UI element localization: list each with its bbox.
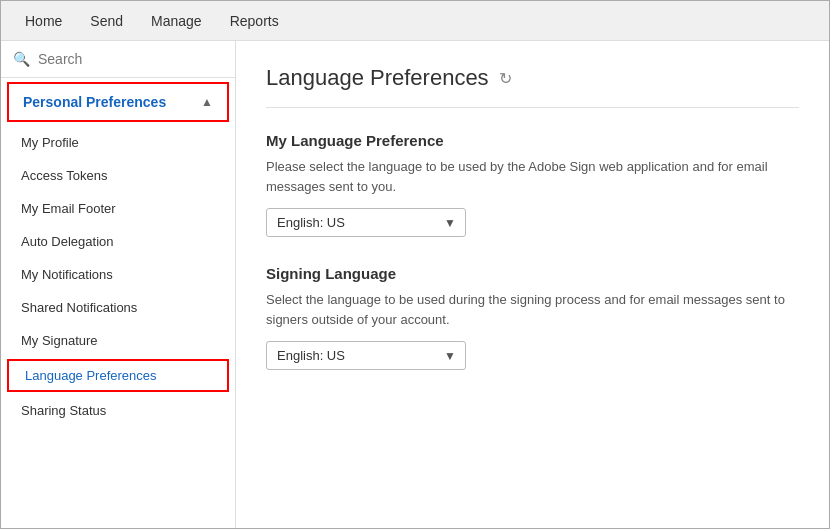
nav-send[interactable]: Send (76, 5, 137, 37)
sidebar-item-access-tokens[interactable]: Access Tokens (1, 159, 235, 192)
main-content: Language Preferences ↻ My Language Prefe… (236, 41, 829, 528)
app-window: Home Send Manage Reports 🔍 Personal Pref… (0, 0, 830, 529)
page-title-area: Language Preferences ↻ (266, 65, 799, 108)
refresh-icon[interactable]: ↻ (499, 69, 512, 88)
language-select-wrapper: English: US French German Spanish Japane… (266, 208, 466, 237)
signing-language-select-wrapper: English: US French German Spanish Japane… (266, 341, 466, 370)
nav-manage[interactable]: Manage (137, 5, 216, 37)
search-bar: 🔍 (1, 41, 235, 78)
nav-home[interactable]: Home (11, 5, 76, 37)
sidebar-item-auto-delegation[interactable]: Auto Delegation (1, 225, 235, 258)
section1-desc: Please select the language to be used by… (266, 157, 799, 196)
section2-desc: Select the language to be used during th… (266, 290, 799, 329)
nav-reports[interactable]: Reports (216, 5, 293, 37)
content-area: 🔍 Personal Preferences ▲ My Profile Acce… (1, 41, 829, 528)
search-input[interactable] (38, 51, 223, 67)
signing-language-select[interactable]: English: US French German Spanish Japane… (266, 341, 466, 370)
personal-preferences-label: Personal Preferences (23, 94, 166, 110)
sidebar-item-language-preferences[interactable]: Language Preferences (7, 359, 229, 392)
sidebar-item-email-footer[interactable]: My Email Footer (1, 192, 235, 225)
signing-language-section: Signing Language Select the language to … (266, 265, 799, 398)
section2-title: Signing Language (266, 265, 799, 282)
sidebar-item-my-notifications[interactable]: My Notifications (1, 258, 235, 291)
chevron-up-icon: ▲ (201, 95, 213, 109)
sidebar-item-sharing-status[interactable]: Sharing Status (1, 394, 235, 427)
sidebar: 🔍 Personal Preferences ▲ My Profile Acce… (1, 41, 236, 528)
top-nav: Home Send Manage Reports (1, 1, 829, 41)
sidebar-item-shared-notifications[interactable]: Shared Notifications (1, 291, 235, 324)
section1-title: My Language Preference (266, 132, 799, 149)
sidebar-personal-preferences[interactable]: Personal Preferences ▲ (7, 82, 229, 122)
sidebar-item-my-profile[interactable]: My Profile (1, 126, 235, 159)
language-preference-section: My Language Preference Please select the… (266, 132, 799, 265)
language-select[interactable]: English: US French German Spanish Japane… (266, 208, 466, 237)
page-title: Language Preferences (266, 65, 489, 91)
sidebar-item-my-signature[interactable]: My Signature (1, 324, 235, 357)
search-icon: 🔍 (13, 51, 30, 67)
